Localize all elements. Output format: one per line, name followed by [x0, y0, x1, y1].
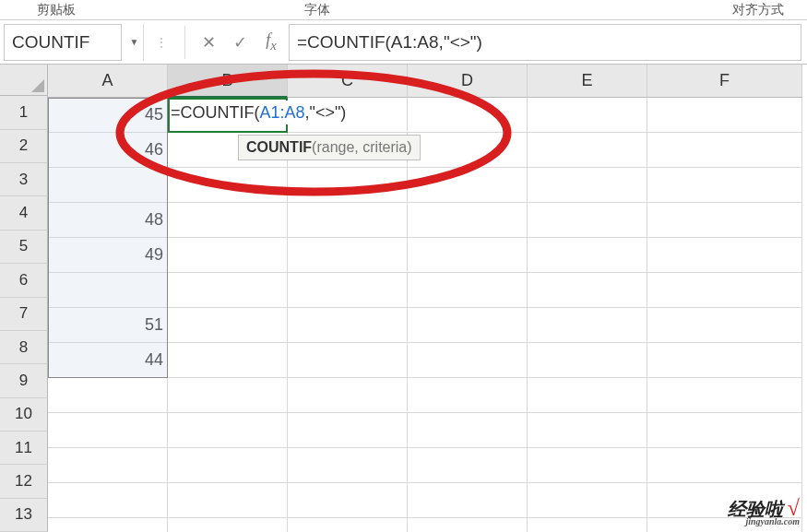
cell[interactable]	[408, 203, 528, 238]
cell[interactable]	[288, 238, 408, 273]
row-header[interactable]: 10	[0, 398, 48, 432]
cell[interactable]: 49	[48, 238, 168, 273]
in-cell-formula-editor[interactable]: =COUNTIF(A1:A8,"<>")	[170, 100, 347, 124]
cell[interactable]	[528, 343, 647, 378]
cell[interactable]	[528, 203, 647, 238]
cell[interactable]	[408, 133, 528, 168]
row-header[interactable]: 7	[0, 298, 48, 331]
column-header[interactable]: B	[168, 65, 288, 98]
cell[interactable]	[288, 518, 408, 532]
cell[interactable]	[288, 273, 408, 308]
cell[interactable]	[528, 448, 647, 483]
cell[interactable]	[408, 273, 528, 308]
cell[interactable]	[48, 378, 168, 413]
cell[interactable]	[408, 448, 528, 483]
cell[interactable]	[288, 483, 408, 518]
insert-function-button[interactable]: fx	[255, 24, 287, 61]
cell[interactable]	[528, 378, 647, 413]
cell[interactable]	[647, 273, 802, 308]
column-header[interactable]: E	[528, 65, 647, 98]
row-header[interactable]: 11	[0, 432, 48, 465]
cell[interactable]	[168, 168, 288, 203]
cell[interactable]	[528, 308, 647, 343]
cell[interactable]	[288, 413, 408, 448]
formula-input[interactable]: =COUNTIF(A1:A8,"<>")	[289, 24, 801, 61]
cell[interactable]	[408, 518, 528, 532]
cell[interactable]	[408, 483, 528, 518]
cell[interactable]	[168, 273, 288, 308]
cell[interactable]	[168, 413, 288, 448]
name-box-dropdown[interactable]: ▼	[125, 24, 144, 61]
cell[interactable]	[168, 203, 288, 238]
cell[interactable]	[48, 448, 168, 483]
cell[interactable]	[48, 483, 168, 518]
cell[interactable]	[168, 343, 288, 378]
column-header[interactable]: C	[288, 65, 408, 98]
cell[interactable]	[528, 98, 647, 133]
cell[interactable]	[408, 98, 528, 133]
row-header[interactable]: 1	[0, 96, 48, 129]
cell[interactable]	[528, 483, 647, 518]
cell[interactable]	[408, 238, 528, 273]
row-header[interactable]: 3	[0, 163, 48, 196]
cell[interactable]	[647, 238, 802, 273]
cell[interactable]	[528, 518, 647, 532]
cell[interactable]: 44	[48, 343, 168, 378]
cell[interactable]	[528, 273, 647, 308]
cell[interactable]	[288, 343, 408, 378]
cell[interactable]	[408, 343, 528, 378]
cell[interactable]	[647, 448, 802, 483]
cell[interactable]: 51	[48, 308, 168, 343]
cell[interactable]	[647, 133, 802, 168]
cell[interactable]	[168, 378, 288, 413]
cell[interactable]	[48, 518, 168, 532]
cell[interactable]	[647, 413, 802, 448]
column-header[interactable]: F	[647, 65, 802, 98]
row-header[interactable]: 12	[0, 465, 48, 498]
cell[interactable]	[408, 308, 528, 343]
cell[interactable]	[528, 413, 647, 448]
enter-button[interactable]: ✓	[224, 24, 255, 61]
cell[interactable]	[647, 378, 802, 413]
cell[interactable]	[647, 203, 802, 238]
cell[interactable]	[168, 448, 288, 483]
cell[interactable]	[48, 413, 168, 448]
cell[interactable]	[168, 308, 288, 343]
cell[interactable]	[647, 343, 802, 378]
more-button[interactable]: ⋮	[146, 24, 177, 61]
cell[interactable]	[288, 448, 408, 483]
row-header[interactable]: 6	[0, 264, 48, 297]
cell[interactable]	[288, 203, 408, 238]
cell[interactable]: 46	[48, 133, 168, 168]
row-header[interactable]: 9	[0, 364, 48, 397]
cell[interactable]	[408, 378, 528, 413]
cell[interactable]	[168, 518, 288, 532]
cell[interactable]	[528, 238, 647, 273]
row-header[interactable]: 13	[0, 499, 48, 532]
cell[interactable]	[528, 133, 647, 168]
cell[interactable]	[647, 168, 802, 203]
column-header[interactable]: A	[48, 65, 168, 98]
cell[interactable]	[647, 98, 802, 133]
cell[interactable]	[528, 168, 647, 203]
row-header[interactable]: 2	[0, 130, 48, 163]
cell[interactable]	[48, 273, 168, 308]
cell[interactable]: 45	[48, 98, 168, 133]
cell[interactable]	[168, 238, 288, 273]
select-all-corner[interactable]	[0, 65, 48, 96]
cell[interactable]: 48	[48, 203, 168, 238]
row-header[interactable]: 4	[0, 196, 48, 230]
cancel-button[interactable]: ✕	[193, 24, 224, 61]
row-header[interactable]: 8	[0, 331, 48, 364]
name-box[interactable]: COUNTIF	[4, 24, 122, 61]
cell[interactable]	[647, 308, 802, 343]
cell[interactable]	[288, 168, 408, 203]
function-tooltip[interactable]: COUNTIF(range, criteria)	[238, 135, 421, 160]
cell[interactable]	[48, 168, 168, 203]
cell[interactable]	[168, 483, 288, 518]
cell[interactable]	[408, 413, 528, 448]
column-header[interactable]: D	[408, 65, 528, 98]
row-header[interactable]: 5	[0, 231, 48, 264]
cell[interactable]	[288, 308, 408, 343]
cell[interactable]	[408, 168, 528, 203]
